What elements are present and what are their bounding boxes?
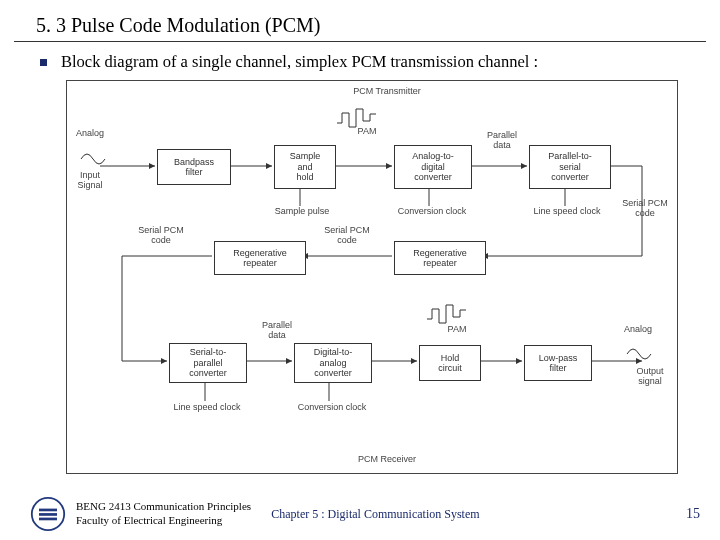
bullet-line: Block diagram of a single channel, simpl… bbox=[0, 42, 720, 72]
label-serial-pcm-tx: Serial PCM code bbox=[615, 199, 675, 219]
label-pam-bot: PAM bbox=[437, 325, 477, 335]
label-input-signal: Input Signal bbox=[69, 171, 111, 191]
label-analog-out: Analog bbox=[615, 325, 661, 335]
svg-rect-16 bbox=[39, 509, 57, 512]
label-pcm-transmitter: PCM Transmitter bbox=[327, 87, 447, 97]
box-sample-hold: Sample and hold bbox=[274, 145, 336, 189]
box-serial-parallel: Serial-to- parallel converter bbox=[169, 343, 247, 383]
slide-title: 5. 3 Pulse Code Modulation (PCM) bbox=[14, 0, 706, 42]
box-adc: Analog-to- digital converter bbox=[394, 145, 472, 189]
box-regen-1: Regenerative repeater bbox=[214, 241, 306, 275]
box-parallel-serial: Parallel-to- serial converter bbox=[529, 145, 611, 189]
label-sample-pulse: Sample pulse bbox=[267, 207, 337, 217]
label-conv-clock-bot: Conversion clock bbox=[287, 403, 377, 413]
box-dac: Digital-to- analog converter bbox=[294, 343, 372, 383]
box-hold: Hold circuit bbox=[419, 345, 481, 381]
label-output-signal: Output signal bbox=[627, 367, 673, 387]
block-diagram: PCM Transmitter Analog Input Signal Band… bbox=[67, 81, 677, 473]
svg-rect-17 bbox=[39, 513, 57, 516]
university-logo-icon bbox=[30, 496, 66, 532]
page-number: 15 bbox=[686, 506, 700, 522]
label-line-clock-bot: Line speed clock bbox=[162, 403, 252, 413]
box-bandpass-filter: Bandpass filter bbox=[157, 149, 231, 185]
label-analog-in: Analog bbox=[69, 129, 111, 139]
bullet-icon bbox=[40, 59, 47, 66]
svg-rect-18 bbox=[39, 518, 57, 521]
label-parallel-bot: Parallel data bbox=[252, 321, 302, 341]
label-line-clock-top: Line speed clock bbox=[522, 207, 612, 217]
bullet-text: Block diagram of a single channel, simpl… bbox=[61, 52, 538, 72]
label-parallel-top: Parallel data bbox=[477, 131, 527, 151]
label-conv-clock-top: Conversion clock bbox=[387, 207, 477, 217]
footer-chapter: Chapter 5 : Digital Communication System bbox=[271, 507, 479, 522]
label-pam-top: PAM bbox=[347, 127, 387, 137]
diagram-frame: PCM Transmitter Analog Input Signal Band… bbox=[66, 80, 678, 474]
box-regen-2: Regenerative repeater bbox=[394, 241, 486, 275]
label-pcm-receiver: PCM Receiver bbox=[327, 455, 447, 465]
footer-line1: BENG 2413 Communication Principles bbox=[76, 500, 251, 514]
diagram-arrows bbox=[67, 81, 677, 473]
label-serial-pcm-mid-r: Serial PCM code bbox=[315, 226, 379, 246]
footer: BENG 2413 Communication Principles Facul… bbox=[30, 496, 700, 532]
label-serial-pcm-mid-l: Serial PCM code bbox=[129, 226, 193, 246]
box-lpf: Low-pass filter bbox=[524, 345, 592, 381]
footer-line2: Faculty of Electrical Engineering bbox=[76, 514, 251, 528]
